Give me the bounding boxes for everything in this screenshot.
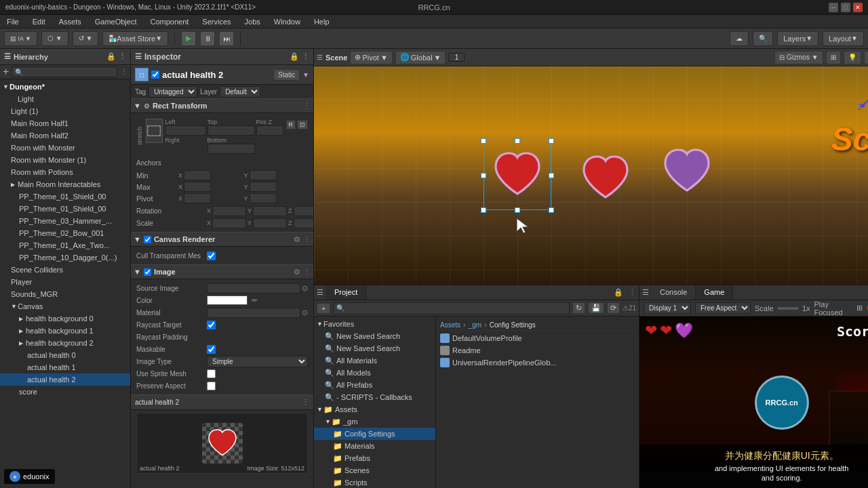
handle-ml[interactable] xyxy=(481,173,486,178)
asset-default-volume[interactable]: DefaultVolumeProfile xyxy=(439,332,636,344)
tag-select[interactable]: Untagged xyxy=(149,86,197,98)
active-toggle[interactable] xyxy=(151,70,159,79)
material-input[interactable]: None (Material) xyxy=(207,308,300,318)
posz-input[interactable]: 0 xyxy=(256,125,283,136)
raycast-target-checkbox[interactable] xyxy=(207,321,216,329)
menu-assets[interactable]: Assets xyxy=(56,16,84,27)
project-sync-btn[interactable]: ⟳ xyxy=(607,302,620,314)
all-models[interactable]: 🔍 All Models xyxy=(314,367,435,379)
h-item-monster1[interactable]: Room with Monster (1) xyxy=(0,154,130,166)
hierarchy-options-icon[interactable]: ⋮ xyxy=(120,68,127,77)
h-item-light[interactable]: Light xyxy=(0,93,130,105)
proj-menu-icon[interactable]: ⋮ xyxy=(626,285,639,300)
play-focused-btn[interactable]: Play Focused xyxy=(814,300,849,317)
h-item-dagger[interactable]: PP_Theme_10_Dagger_0(...) xyxy=(0,251,130,264)
project-save-btn[interactable]: 💾 xyxy=(588,302,604,314)
h-item-hbg0[interactable]: ▶ health background 0 xyxy=(0,312,130,325)
material-pick-icon[interactable]: ⊙ xyxy=(302,308,308,317)
handle-br[interactable] xyxy=(549,207,554,213)
menu-help[interactable]: Help xyxy=(311,16,332,27)
menu-gameobject[interactable]: GameObject xyxy=(92,16,140,27)
2d-btn[interactable]: 2D xyxy=(864,51,868,64)
cr-menu-icon[interactable]: ⋮ xyxy=(303,235,311,244)
favorites-item[interactable]: ▼ Favorites xyxy=(314,318,435,330)
menu-jobs[interactable]: Jobs xyxy=(242,16,263,27)
maskable-checkbox[interactable] xyxy=(207,345,216,354)
color-picker[interactable] xyxy=(207,296,248,305)
asset-store-btn[interactable]: 🏪 Asset Store ▼ xyxy=(102,31,168,46)
h-item-potions[interactable]: Room with Potions xyxy=(0,166,130,178)
handle-bm[interactable] xyxy=(515,207,520,213)
gizmos-btn[interactable]: ⊟ Gizmos ▼ xyxy=(774,51,823,64)
h-item-monster[interactable]: Room with Monster xyxy=(0,142,130,154)
pivot-y[interactable]: 0.5 xyxy=(250,193,277,203)
left-input[interactable]: -300 xyxy=(165,125,206,136)
pivot-x[interactable]: 0.5 xyxy=(184,193,211,203)
top-input[interactable]: -2.288818 xyxy=(208,125,255,136)
h-item-light1[interactable]: Light (1) xyxy=(0,105,130,117)
project-tab[interactable]: Project xyxy=(326,285,366,300)
rot-z[interactable]: 0 xyxy=(294,206,314,216)
rt-resize-btn[interactable]: R xyxy=(286,120,296,129)
cloud-btn[interactable]: ☁ xyxy=(730,31,749,46)
step-button[interactable]: ⏭ xyxy=(219,31,234,46)
assets-gm[interactable]: ▼ 📁 _gm xyxy=(314,415,435,428)
inspector-lock-icon[interactable]: 🔒 xyxy=(290,52,299,61)
scale-y[interactable]: 1 xyxy=(253,218,287,228)
hierarchy-menu-icon[interactable]: ⋮ xyxy=(119,52,126,61)
asset-urp[interactable]: UniversalRenderPipelineGlob... xyxy=(439,357,636,369)
anchor-max-y[interactable]: 1 xyxy=(250,182,277,192)
h-item-sounds[interactable]: Sounds_MGR xyxy=(0,288,130,300)
image-section-header[interactable]: ▼ Image ⚙ ⋮ xyxy=(131,264,313,279)
maximize-button[interactable]: □ xyxy=(841,3,850,12)
layout-btn[interactable]: Layout ▼ xyxy=(823,31,864,46)
layer-num-input[interactable]: 1 xyxy=(448,53,465,62)
menu-window[interactable]: Window xyxy=(271,16,303,27)
anchor-max-x[interactable]: 1 xyxy=(184,182,211,192)
h-item-colliders[interactable]: Scene Colliders xyxy=(0,264,130,276)
heart-1-container[interactable] xyxy=(490,148,545,203)
rt-blueprint-btn[interactable]: ⊡ xyxy=(297,120,308,129)
unity-logo-btn[interactable]: ▤ IA ▼ xyxy=(4,31,37,46)
canvas-renderer-header[interactable]: ▼ Canvas Renderer ⚙ ⋮ xyxy=(131,232,313,247)
menu-component[interactable]: Component xyxy=(147,16,191,27)
minimize-button[interactable]: ─ xyxy=(829,3,838,12)
menu-edit[interactable]: Edit xyxy=(30,16,48,27)
img-settings-icon[interactable]: ⚙ xyxy=(294,268,300,277)
anchor-preview-box[interactable] xyxy=(146,119,162,143)
h-item-shield2[interactable]: PP_Theme_01_Shield_00 xyxy=(0,203,130,215)
h-item-axe[interactable]: PP_Theme_01_Axe_Two... xyxy=(0,239,130,251)
scripts-callbacks[interactable]: 🔍 - SCRIPTS - Callbacks xyxy=(314,391,435,403)
rt-menu-icon[interactable]: ⋮ xyxy=(303,102,311,110)
heart-3-container[interactable] xyxy=(660,144,714,200)
cr-settings-icon[interactable]: ⚙ xyxy=(294,235,300,244)
materials-folder[interactable]: 📁 Materials xyxy=(314,440,435,452)
rot-y[interactable]: 0 xyxy=(253,206,287,216)
new-saved-search-2[interactable]: 🔍 New Saved Search xyxy=(314,342,435,354)
image-type-select[interactable]: Simple xyxy=(207,356,308,367)
hierarchy-add-button[interactable]: + xyxy=(3,66,9,77)
prefabs-folder[interactable]: 📁 Prefabs xyxy=(314,452,435,464)
transform-tool[interactable]: ↺ ▼ xyxy=(73,31,99,46)
rot-x[interactable]: 0 xyxy=(212,206,246,216)
preserve-aspect-checkbox[interactable] xyxy=(207,382,216,390)
scale-slider[interactable] xyxy=(778,307,798,310)
console-tab[interactable]: Console xyxy=(652,285,696,300)
h-item-hbg2[interactable]: ▶ health background 2 xyxy=(0,337,130,349)
inspector-menu-icon[interactable]: ⋮ xyxy=(302,52,309,61)
scripts-folder[interactable]: 📁 Scripts xyxy=(314,476,435,488)
handle-tm[interactable] xyxy=(515,138,520,144)
handle-tl[interactable] xyxy=(481,138,486,144)
game-tab[interactable]: Game xyxy=(696,285,733,300)
menu-services[interactable]: Services xyxy=(199,16,233,27)
color-pick-icon[interactable]: ✏ xyxy=(252,296,258,305)
cull-checkbox[interactable] xyxy=(207,251,216,260)
h-item-ah1[interactable]: actual health 1 xyxy=(0,361,130,373)
search-toolbar-btn[interactable]: 🔍 xyxy=(753,31,773,46)
scale-x[interactable]: 1 xyxy=(212,218,246,228)
h-item-canvas[interactable]: ▼ Canvas xyxy=(0,300,130,312)
rt-toggle-checkbox[interactable]: ⚙ xyxy=(144,102,150,110)
source-image-pick-icon[interactable]: ⊙ xyxy=(302,284,308,293)
assets-root[interactable]: ▼ 📁 Assets xyxy=(314,403,435,415)
use-sprite-checkbox[interactable] xyxy=(207,369,216,378)
